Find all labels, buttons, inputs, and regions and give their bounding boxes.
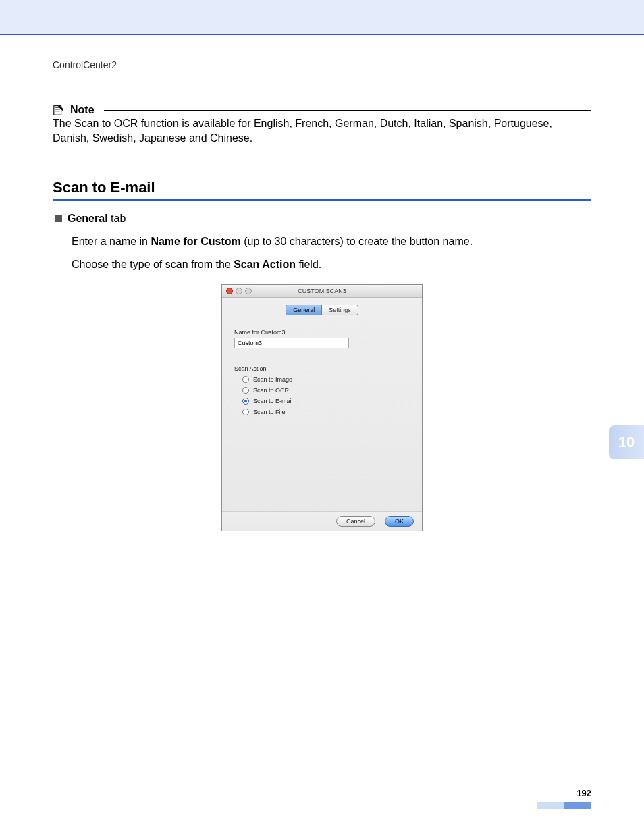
line1-bold: Name for Custom [151, 236, 240, 247]
section-title: Scan to E-mail [53, 179, 591, 201]
cancel-button[interactable]: Cancel [336, 516, 375, 527]
line2-bold: Scan Action [234, 259, 296, 270]
line2-post: field. [296, 259, 321, 270]
body-line-2: Choose the type of scan from the Scan Ac… [72, 259, 591, 271]
radio-file-label: Scan to File [253, 409, 286, 415]
dialog-title: CUSTOM SCAN3 [222, 288, 422, 294]
line1-pre: Enter a name in [72, 236, 151, 247]
radio-ocr-input[interactable] [242, 387, 249, 394]
radio-image-input[interactable] [242, 376, 249, 383]
footer-accent [53, 802, 591, 809]
radio-image-label: Scan to Image [253, 376, 292, 383]
radio-ocr-label: Scan to OCR [253, 387, 289, 394]
bullet-icon [55, 215, 62, 222]
dialog-window: CUSTOM SCAN3 General Settings Name for C… [221, 284, 423, 531]
separator [234, 357, 410, 357]
note-icon [53, 104, 65, 116]
name-for-custom-label: Name for Custom3 [234, 329, 410, 336]
bullet-text: General tab [68, 213, 126, 225]
titlebar: CUSTOM SCAN3 [222, 285, 422, 298]
radio-email-input[interactable] [242, 398, 249, 405]
tab-group: General Settings [286, 305, 358, 315]
body-line-1: Enter a name in Name for Custom (up to 3… [72, 236, 591, 248]
tab-settings[interactable]: Settings [322, 305, 358, 315]
radio-scan-to-file[interactable]: Scan to File [242, 409, 410, 415]
bullet-rest: tab [108, 213, 126, 224]
note-body: The Scan to OCR function is available fo… [53, 116, 591, 145]
radio-scan-to-ocr[interactable]: Scan to OCR [242, 387, 410, 394]
line2-pre: Choose the type of scan from the [72, 259, 234, 270]
ok-button[interactable]: OK [385, 516, 414, 527]
chapter-tab: 10 [609, 425, 644, 459]
radio-scan-to-image[interactable]: Scan to Image [242, 376, 410, 383]
radio-scan-to-email[interactable]: Scan to E-mail [242, 398, 410, 405]
radio-email-label: Scan to E-mail [253, 398, 293, 405]
tab-general[interactable]: General [286, 305, 322, 315]
note-rule [104, 110, 591, 111]
bullet-bold: General [68, 213, 108, 224]
name-for-custom-input[interactable] [234, 338, 349, 348]
breadcrumb: ControlCenter2 [53, 59, 591, 70]
line1-post: (up to 30 characters) to create the butt… [241, 236, 473, 247]
note-title: Note [70, 104, 95, 116]
radio-file-input[interactable] [242, 409, 249, 415]
scan-action-label: Scan Action [234, 365, 410, 372]
page-number: 192 [53, 788, 591, 798]
header-band [0, 0, 644, 35]
